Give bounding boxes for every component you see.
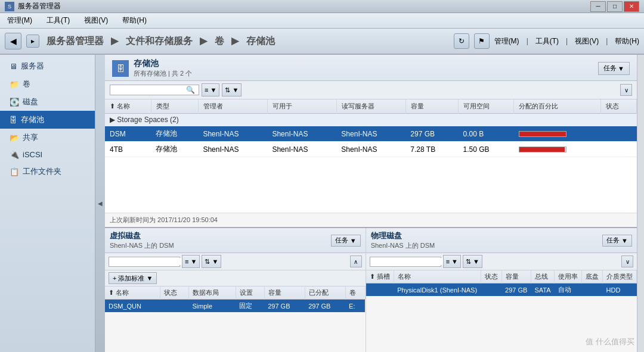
sep3: | [606,37,608,45]
breadcrumb-part4[interactable]: 存储池 [246,36,275,46]
scrollbar[interactable] [637,55,644,352]
col-type[interactable]: 类型 [151,99,198,114]
pcol-media[interactable]: 介质类型 [603,270,637,284]
vdisk-add-toolbar: + 添加标准 ▼ [105,270,366,286]
panel-subtitle: 所有存储池 | 共 2 个 [134,69,192,78]
list-view-button[interactable]: ≡ ▼ [202,83,219,96]
forward-button[interactable]: ▸ [26,35,39,48]
pdisk-collapse-button[interactable]: ∨ [621,256,633,267]
sidebar-item-shares[interactable]: 📂 共享 [0,129,95,147]
menu-manage[interactable]: 管理(M) [5,14,35,27]
pcol-bus[interactable]: 总线 [531,270,554,284]
pdisk-filter-input[interactable] [373,258,444,265]
sidebar-item-servers[interactable]: 🖥 服务器 [0,57,95,75]
help-label[interactable]: 帮助(H) [615,36,639,46]
main-toolbar: 🔍 ≡ ▼ ⇅ ▼ ∨ [105,81,637,99]
progress-bar [519,131,566,137]
vcol-setting[interactable]: 设置 [236,286,264,300]
tools-label[interactable]: 工具(T) [535,36,559,46]
collapse-button[interactable]: ∨ [620,84,632,96]
vdisk-filter-input[interactable] [112,258,183,265]
back-button[interactable]: ◀ [5,33,21,49]
sort-button[interactable]: ⇅ ▼ [222,83,242,96]
maximize-button[interactable]: □ [607,1,623,12]
volume-icon: 📁 [10,80,19,89]
manage-label[interactable]: 管理(M) [494,36,519,46]
vdisk-subtitle: ShenI-NAS 上的 DSM [110,241,174,250]
col-rw[interactable]: 读写服务器 [336,99,405,114]
menu-view[interactable]: 视图(V) [82,14,110,27]
sidebar-item-iscsi[interactable]: 🔌 iSCSI [0,147,95,163]
title-bar-title: 服务器管理器 [18,1,61,11]
pdisk-table-row[interactable]: PhysicalDisk1 (ShenI-NAS) 297 GB SATA 自动… [366,284,637,297]
table-row[interactable]: 4TB 存储池 ShenI-NAS ShenI-NAS ShenI-NAS 7.… [105,142,637,157]
col-available[interactable]: 可用于 [267,99,336,114]
pcol-capacity[interactable]: 容量 [501,270,531,284]
panel-title-block: 存储池 所有存储池 | 共 2 个 [134,58,192,78]
pcol-usage[interactable]: 使用率 [555,270,582,284]
col-name[interactable]: ⬆ 名称 [105,99,151,114]
refresh-button[interactable]: ↻ [454,33,469,49]
cell-manager: ShenI-NAS [198,126,267,142]
pcol-status[interactable]: 状态 [481,270,501,284]
col-capacity[interactable]: 容量 [405,99,458,114]
vdisk-tasks-button[interactable]: 任务 ▼ [331,235,361,247]
breadcrumb-part2[interactable]: 文件和存储服务 [126,36,193,46]
pdisk-sort-button[interactable]: ⇅ ▼ [463,255,482,268]
breadcrumb-part1[interactable]: 服务器管理器 [47,36,104,46]
vcell-name: DSM_QUN [105,300,160,313]
sidebar-label-shares: 共享 [23,132,38,143]
vcol-status[interactable]: 状态 [160,286,188,300]
progress-fill [519,132,566,136]
vdisk-table-row[interactable]: DSM_QUN Simple 固定 297 GB 297 GB E: [105,300,365,313]
sidebar-item-disks[interactable]: 💽 磁盘 [0,93,95,111]
flag-button[interactable]: ⚑ [474,33,490,49]
vdisk-filter-wrap[interactable]: 🔍 [109,257,180,267]
cell-free: 0.00 B [459,126,514,142]
col-free[interactable]: 可用空间 [459,99,514,114]
cell-rw: ShenI-NAS [336,126,405,142]
vdisk-list-button[interactable]: ≡ ▼ [182,255,200,268]
vcol-name[interactable]: ⬆ 名称 [105,286,160,300]
breadcrumb-part3[interactable]: 卷 [215,36,224,46]
table-row[interactable]: DSM 存储池 ShenI-NAS ShenI-NAS ShenI-NAS 29… [105,126,637,142]
sidebar-item-volumes[interactable]: 📁 卷 [0,75,95,93]
storage-pool-header: 🗄 存储池 所有存储池 | 共 2 个 任务 ▼ [105,55,637,81]
sidebar-item-work-folders[interactable]: 📋 工作文件夹 [0,163,95,180]
group-row-storage-spaces[interactable]: ▶ Storage Spaces (2) [105,114,637,126]
sidebar-item-storage-pools[interactable]: 🗄 存储池 [0,111,95,129]
vdisk-header: 虚拟磁盘 ShenI-NAS 上的 DSM 任务 ▼ [105,228,366,253]
pdisk-filter-wrap[interactable]: 🔍 [370,257,441,267]
close-button[interactable]: ✕ [624,1,639,12]
sidebar-expand-button[interactable]: ◀ [95,55,105,352]
pdisk-list-button[interactable]: ≡ ▼ [443,255,461,268]
filter-wrap[interactable]: 🔍 [110,85,199,95]
vcol-volume[interactable]: 卷 [345,286,365,300]
vcol-capacity[interactable]: 容量 [264,286,305,300]
filter-input[interactable] [113,86,184,94]
vcol-layout[interactable]: 数据布局 [189,286,236,300]
minimize-button[interactable]: ─ [590,1,606,12]
menu-bar: 管理(M) 工具(T) 视图(V) 帮助(H) [0,13,644,29]
storage-pool-icon: 🗄 [112,60,129,77]
col-status[interactable]: 状态 [601,99,637,114]
main-tasks-button[interactable]: 任务 ▼ [598,62,630,75]
pcol-slot[interactable]: ⬆ 插槽 [366,270,394,284]
pdisk-tasks-button[interactable]: 任务 ▼ [602,235,632,247]
col-pct[interactable]: 分配的百分比 [514,99,601,114]
menu-help[interactable]: 帮助(H) [120,14,149,27]
vdisk-table-wrap: ⬆ 名称 状态 数据布局 设置 容量 已分配 卷 [105,286,366,352]
cell-available: ShenI-NAS [267,142,336,157]
vdisk-sort-button[interactable]: ⇅ ▼ [202,255,221,268]
menu-tools[interactable]: 工具(T) [44,14,72,27]
vcol-allocated[interactable]: 已分配 [305,286,345,300]
view-label[interactable]: 视图(V) [575,36,599,46]
col-manager[interactable]: 管理者 [198,99,267,114]
pdisk-subtitle: ShenI-NAS 上的 DSM [371,241,435,250]
vdisk-collapse-button[interactable]: ∧ [350,256,362,267]
pcol-chassis[interactable]: 底盘 [582,270,603,284]
table-header-row: ⬆ 名称 类型 管理者 可用于 读写服务器 容量 可用空间 分配的百分比 状态 [105,99,637,114]
pcol-name[interactable]: 名称 [394,270,481,284]
add-standard-button[interactable]: + 添加标准 ▼ [109,272,157,284]
cell-pct [514,142,601,157]
